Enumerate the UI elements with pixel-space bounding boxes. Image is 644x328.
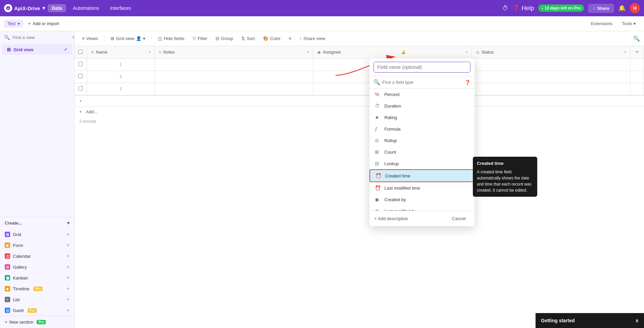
create-form-btn[interactable]: ◧ Form + — [0, 240, 74, 251]
create-section[interactable]: Create... ▾ — [0, 217, 74, 229]
field-item-label: Duration — [384, 103, 401, 109]
share-icon: ↑ — [593, 6, 595, 11]
nav-dropdown-arrow[interactable]: ▾ — [42, 5, 45, 11]
name-cell-2[interactable] — [155, 71, 313, 83]
name-cell-1[interactable] — [155, 58, 313, 71]
search-icon[interactable]: 🔍 — [633, 35, 640, 42]
create-gallery-btn[interactable]: ⊟ Gallery + — [0, 262, 74, 272]
filter-btn[interactable]: ▽ Filter — [189, 34, 211, 43]
field-item-rating[interactable]: ★ Rating — [369, 112, 475, 123]
search-icon: 🔍 — [374, 79, 380, 85]
plus-icon: + — [66, 286, 69, 292]
assignee-cell-3[interactable] — [472, 83, 630, 95]
share-view-btn[interactable]: ↑ Share view — [296, 34, 328, 43]
field-item-rollup[interactable]: ⊙ Rollup — [369, 135, 475, 146]
share-btn[interactable]: ↑ Share — [588, 4, 614, 13]
field-item-last-modified-by[interactable]: ◉ Last modified by — [369, 205, 475, 211]
add-col-btn[interactable]: + — [630, 46, 644, 58]
find-view-input[interactable] — [13, 35, 69, 40]
checkbox-col-header[interactable] — [75, 46, 87, 58]
field-item-created-time[interactable]: ⏰ Created time — [369, 169, 475, 182]
create-list-btn[interactable]: ≡ List + — [0, 294, 74, 305]
sort-btn[interactable]: ⇅ Sort — [238, 34, 258, 43]
sort-icon: ⇅ — [241, 36, 245, 41]
app-logo[interactable]: A ApiX-Drive ▾ — [4, 4, 45, 12]
assignee-cell-2[interactable] — [472, 71, 630, 83]
field-item-formula[interactable]: ƒ Formula — [369, 123, 475, 135]
notifications-icon[interactable]: 🔔 — [618, 4, 626, 12]
hide-fields-btn[interactable]: ◫ Hide fields — [155, 34, 188, 43]
name-cell-3[interactable] — [155, 83, 313, 95]
people-icon: 👤 — [136, 36, 141, 41]
help-icon[interactable]: ❓ — [465, 80, 470, 85]
field-item-count[interactable]: ⊞ Count — [369, 146, 475, 158]
status-cell-3[interactable] — [630, 83, 644, 95]
add-bottom-bar[interactable]: + Add... — [75, 106, 644, 117]
avatar[interactable]: H — [630, 3, 640, 13]
plus-icon: + — [66, 307, 69, 313]
field-name-input[interactable] — [374, 62, 470, 73]
assignee-cell-1[interactable] — [472, 58, 630, 71]
status-cell-1[interactable] — [630, 58, 644, 71]
pro-badge[interactable]: 13 days left on Pro — [538, 4, 584, 12]
help-btn[interactable]: ❓ Help — [512, 4, 534, 12]
field-item-percent[interactable]: % Percent — [369, 89, 475, 100]
add-description-btn[interactable]: + Add description — [374, 216, 408, 221]
pro-tag: Pro — [28, 308, 37, 313]
name-col-header[interactable]: A Name ▾ — [87, 46, 155, 58]
checkbox-cell[interactable] — [75, 71, 87, 83]
tools-btn[interactable]: Tools ▾ — [618, 20, 640, 27]
sidebar-item-grid-view[interactable]: ⊞ Grid view ✓ — [2, 44, 72, 55]
getting-started-bar[interactable]: Getting started ∧ — [536, 313, 644, 328]
field-item-last-modified-time[interactable]: ⏰ Last modified time — [369, 182, 475, 194]
color-btn[interactable]: 🎨 Color — [260, 34, 284, 43]
add-row-btn[interactable]: + — [75, 95, 644, 106]
status-cell-2[interactable] — [630, 71, 644, 83]
field-type-search-input[interactable] — [382, 80, 463, 85]
kanban-icon: ▦ — [5, 275, 10, 281]
notes-col-icon: ≡ — [159, 50, 161, 55]
table-row: 2 — [75, 71, 644, 83]
field-item-duration[interactable]: ⏱ Duration — [369, 100, 475, 112]
group-btn[interactable]: ⊟ Group — [212, 34, 237, 43]
nav-interfaces-btn[interactable]: Interfaces — [106, 4, 135, 12]
create-calendar-btn[interactable]: ◫ Calendar + — [0, 251, 74, 262]
plus-icon: + — [5, 320, 7, 325]
extensions-btn[interactable]: Extensions — [587, 20, 617, 27]
create-grid-btn[interactable]: ⊞ Grid + — [0, 229, 74, 240]
field-item-created-by[interactable]: ◉ Created by — [369, 194, 475, 205]
history-icon[interactable]: ⏱ — [502, 5, 508, 12]
test-tab[interactable]: Test ▾ — [4, 20, 23, 27]
chevron-icon: ▾ — [624, 50, 626, 54]
notes-col-header[interactable]: ≡ Notes ▾ — [155, 46, 313, 58]
create-timeline-btn[interactable]: ◈ Timeline Pro + — [0, 283, 74, 294]
notes-col-label: Notes — [163, 50, 175, 55]
create-gantt-btn[interactable]: ◫ Gantt Pro + — [0, 305, 74, 316]
tooltip-box: Created time A created time field automa… — [473, 157, 537, 197]
checkbox-cell[interactable] — [75, 83, 87, 95]
grid-icon: ⊞ — [5, 232, 10, 237]
select-all-checkbox[interactable] — [78, 50, 83, 54]
gantt-label: Gantt — [13, 308, 24, 313]
create-kanban-btn[interactable]: ▦ Kanban + — [0, 272, 74, 283]
percent-icon: % — [375, 92, 381, 97]
views-btn[interactable]: ≡ Views — [79, 34, 101, 43]
group-icon: ⊟ — [216, 36, 219, 41]
new-section-btn[interactable]: + New section Pro — [0, 316, 74, 328]
calendar-label: Calendar — [13, 254, 31, 259]
name-col-icon: A — [91, 50, 94, 55]
nav-automations-btn[interactable]: Automations — [69, 4, 103, 12]
grid-view-btn[interactable]: ⊞ Grid view 👤 ▾ — [107, 34, 149, 43]
add-or-import-btn[interactable]: + Add or import — [25, 20, 63, 27]
gear-icon[interactable]: ⚙ — [72, 35, 75, 40]
checkbox-cell[interactable] — [75, 58, 87, 71]
field-item-lookup[interactable]: ⊟ Lookup — [369, 158, 475, 169]
status-col-header[interactable]: ◎ Status ▾ — [472, 46, 630, 58]
cancel-btn[interactable]: Cancel — [448, 214, 470, 223]
sidebar-space — [0, 55, 74, 217]
nav-data-btn[interactable]: Data — [48, 4, 66, 12]
row-height-btn[interactable]: ≡ — [285, 34, 295, 43]
assignee-col-header[interactable]: ◉ Assignee 🔔 ▾ — [313, 46, 472, 58]
duration-icon: ⏱ — [375, 103, 381, 109]
gallery-label: Gallery — [13, 265, 27, 270]
